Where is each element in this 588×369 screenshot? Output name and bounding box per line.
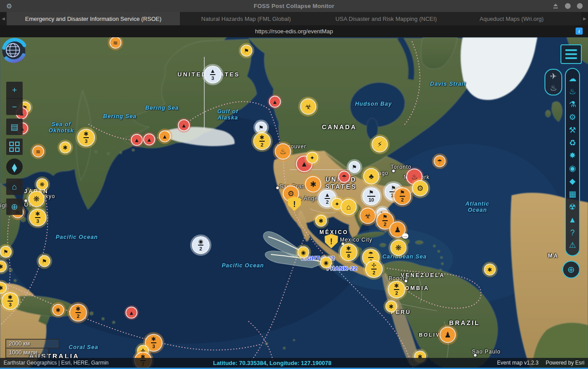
tab-scroll-left-icon[interactable]: ◀ [0, 12, 7, 25]
menu-button[interactable] [560, 44, 582, 64]
event-marker-vehicle[interactable]: ⚙ [413, 181, 428, 196]
event-marker-windsock[interactable]: ⚑10 [363, 188, 379, 204]
event-marker-avalanche[interactable]: ▲3 [205, 67, 221, 83]
event-marker-windsock[interactable]: ⚑ [242, 46, 252, 56]
event-marker-virus[interactable]: ❋ [391, 241, 406, 255]
window-circle-icon-1[interactable] [565, 3, 571, 9]
event-marker-earthquake[interactable]: ✱ [53, 305, 64, 315]
event-marker-earthquake[interactable]: ✱3 [30, 210, 46, 226]
event-marker-volcano[interactable]: ▲ [179, 120, 189, 131]
event-marker-earthquake[interactable]: ✱2 [70, 305, 86, 321]
map-version: Event map v1.2.3 [497, 360, 538, 366]
event-marker-earthquake[interactable]: ✱8 [341, 244, 357, 260]
info-icon[interactable]: i [576, 28, 583, 35]
event-marker-earthquake[interactable]: ✱2 [254, 133, 270, 149]
event-marker-earthquake[interactable]: ✱ [0, 283, 6, 293]
event-marker-hurricane[interactable]: ◉ [298, 247, 309, 258]
event-marker-biohazard[interactable]: ☣ [361, 209, 375, 223]
settings-gear-icon[interactable]: ⚙ [6, 3, 12, 9]
url-bar[interactable]: https://rsoe-edis.org/eventMap i [0, 25, 588, 37]
event-marker-earthquake[interactable]: ✱3 [146, 335, 162, 351]
category-flood-icon[interactable]: ◆ [569, 177, 576, 185]
event-marker-earthquake[interactable]: ✱3 [78, 130, 94, 146]
event-marker-landslide[interactable]: ✢2 [366, 261, 382, 277]
event-marker-tornado[interactable]: ⌂ [342, 200, 356, 214]
tab-scroll-right-icon[interactable]: ▶ [581, 12, 588, 25]
event-marker-animal[interactable]: ♣ [364, 169, 379, 184]
event-marker-power-outage[interactable]: ⚡ [373, 137, 387, 152]
category-civil-unrest-icon[interactable]: ⚒ [569, 126, 576, 134]
event-marker-virus[interactable]: ❋ [29, 192, 44, 206]
zoom-out-button[interactable]: − [6, 98, 23, 115]
category-fire-icon[interactable]: ♨ [569, 87, 576, 95]
browser-tab-2[interactable]: USA Disaster and Risk Mapping (NCEI) [312, 12, 460, 25]
map-overlay: UNITED STATESCANADAUNITED STATESMÉXICOJA… [0, 37, 588, 369]
category-explosion-icon[interactable]: ✸ [569, 151, 576, 159]
event-marker-earthquake[interactable]: ✱ [60, 143, 71, 153]
event-marker-crime[interactable]: ✦ [307, 153, 318, 163]
browser-tab-3[interactable]: Aqueduct Maps (Wri.org) [460, 12, 563, 25]
event-marker-windsock[interactable]: ⚑2 [394, 188, 410, 204]
event-marker-bird-flu[interactable]: ☣ [301, 99, 316, 114]
event-marker-volcano[interactable]: ▲ [132, 135, 142, 145]
event-marker-volcano[interactable]: ▲ [127, 308, 137, 318]
event-marker-crime[interactable]: ✦ [332, 199, 342, 209]
category-chemical-icon[interactable]: ⚗ [569, 100, 576, 108]
category-weather-icon[interactable]: ☁ [568, 75, 576, 83]
locate-button[interactable]: ⊕ [6, 198, 23, 215]
report-icon: ▤ [11, 122, 19, 132]
category-industrial-icon[interactable]: ⚙ [569, 113, 576, 121]
event-marker-earthquake[interactable]: ✱ [306, 177, 321, 192]
event-marker-windsock[interactable]: ⚑ [40, 256, 50, 266]
category-environment-icon[interactable]: ♻ [569, 139, 576, 147]
event-marker-fog[interactable]: ≋ [33, 147, 44, 157]
event-marker-storm[interactable]: ☂ [435, 156, 445, 167]
layers-button[interactable] [6, 139, 23, 155]
category-pollution-icon[interactable]: ▦ [568, 190, 576, 198]
global-events-button[interactable]: ⊕ [562, 261, 580, 278]
event-marker-earthquake[interactable]: ✱ [316, 216, 326, 226]
event-marker-windsock[interactable]: ⚑ [256, 123, 266, 133]
eject-icon[interactable] [553, 4, 559, 8]
event-marker-fire[interactable]: ♨ [276, 144, 290, 159]
category-unknown-icon[interactable]: ? [570, 229, 575, 237]
event-marker-earthquake[interactable]: ✱ [0, 262, 6, 272]
browser-tab-0[interactable]: Emergency and Disaster Information Servi… [7, 12, 180, 25]
event-marker-volcano[interactable]: ▲ [160, 131, 170, 142]
event-marker-earthquake[interactable]: ✱3 [2, 293, 18, 309]
event-marker-fog[interactable]: ≋ [111, 38, 121, 48]
event-marker-earthquake[interactable]: ✱ [386, 302, 397, 312]
category-roadworks-icon[interactable]: ▲ [568, 216, 576, 224]
zoom-in-button[interactable]: + [6, 82, 23, 98]
event-marker-alert-shield[interactable]: ! [325, 234, 338, 249]
flight-info-icon[interactable]: ✈ [550, 72, 556, 80]
event-marker-volcano[interactable]: ▲ [144, 135, 155, 145]
event-marker-migration[interactable]: ♟… [390, 222, 405, 237]
industrial-smoke-icon[interactable]: ♨ [550, 84, 557, 92]
event-marker-alert-shield[interactable]: ! [288, 197, 301, 211]
home-button[interactable]: ⌂ [6, 179, 23, 195]
event-marker-migration[interactable]: ♟ [441, 328, 455, 342]
event-marker-windsock[interactable]: ⚑ [350, 162, 360, 172]
event-count: 2 [382, 220, 388, 227]
earthquake-icon: ✱ [0, 285, 3, 291]
event-marker-earthquake[interactable]: ✱ [485, 265, 495, 275]
event-marker-storm[interactable]: ☂ [339, 172, 350, 182]
storm-track-label[interactable]: FRANK-22 [327, 265, 357, 272]
event-marker-hurricane[interactable]: ◉ [321, 258, 331, 268]
event-marker-virus[interactable]: ❋ [37, 179, 48, 190]
storm-icon: ☂ [437, 159, 442, 164]
event-map[interactable]: UNITED STATESCANADAUNITED STATESMÉXICOJA… [0, 37, 588, 369]
category-nuclear-icon[interactable]: ☢ [569, 203, 576, 211]
event-marker-earthquake[interactable]: ✱2 [389, 282, 405, 298]
category-emergency-icon[interactable]: ⚠ [569, 241, 576, 249]
window-circle-icon-2[interactable] [577, 3, 583, 9]
category-earthquake-icon[interactable]: ◉ [569, 164, 576, 172]
report-button[interactable]: ▤ [6, 119, 23, 135]
event-count: 3 [83, 137, 89, 144]
browser-tab-1[interactable]: Natural Hazards Map (FML Global) [180, 12, 312, 25]
compass-button[interactable]: ◆ [6, 159, 23, 175]
event-marker-volcano[interactable]: ▲ [270, 97, 280, 107]
event-marker-cyclone[interactable]: ◉2 [193, 237, 209, 253]
event-marker-windsock[interactable]: ⚑ [1, 247, 11, 257]
